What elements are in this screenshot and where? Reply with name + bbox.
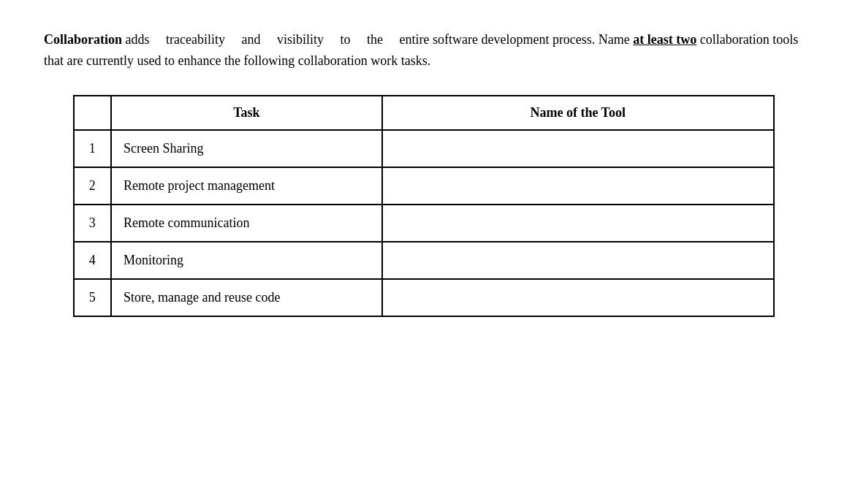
table-row: 4Monitoring xyxy=(74,242,774,279)
row-tool-3[interactable] xyxy=(382,205,774,242)
row-number-1: 1 xyxy=(74,130,112,167)
intro-paragraph: Collaboration adds traceability and visi… xyxy=(44,29,803,72)
row-tool-4[interactable] xyxy=(382,242,774,279)
intro-text-1: adds traceability xyxy=(122,32,241,47)
row-number-4: 4 xyxy=(74,242,112,279)
row-tool-1[interactable] xyxy=(382,130,774,167)
row-number-2: 2 xyxy=(74,167,112,205)
row-task-3: Remote communication xyxy=(111,205,382,242)
row-task-5: Store, manage and reuse code xyxy=(111,279,382,316)
intro-highlight: at least two xyxy=(633,32,696,47)
row-number-3: 3 xyxy=(74,205,112,242)
row-task-2: Remote project management xyxy=(111,167,382,205)
col-header-tool: Name of the Tool xyxy=(382,96,774,130)
table-row: 2Remote project management xyxy=(74,167,774,205)
col-header-task: Task xyxy=(111,96,382,130)
row-tool-2[interactable] xyxy=(382,167,774,205)
table-row: 3Remote communication xyxy=(74,205,774,242)
table-row: 5Store, manage and reuse code xyxy=(74,279,774,316)
row-task-4: Monitoring xyxy=(111,242,382,279)
row-tool-5[interactable] xyxy=(382,279,774,316)
table-container: Task Name of the Tool 1Screen Sharing2Re… xyxy=(73,95,775,317)
table-row: 1Screen Sharing xyxy=(74,130,774,167)
intro-and: and visibility to the entire software de… xyxy=(241,32,633,47)
row-task-1: Screen Sharing xyxy=(111,130,382,167)
col-header-number xyxy=(74,96,112,130)
intro-bold-word: Collaboration xyxy=(44,32,122,47)
collaboration-table: Task Name of the Tool 1Screen Sharing2Re… xyxy=(73,95,775,317)
row-number-5: 5 xyxy=(74,279,112,316)
